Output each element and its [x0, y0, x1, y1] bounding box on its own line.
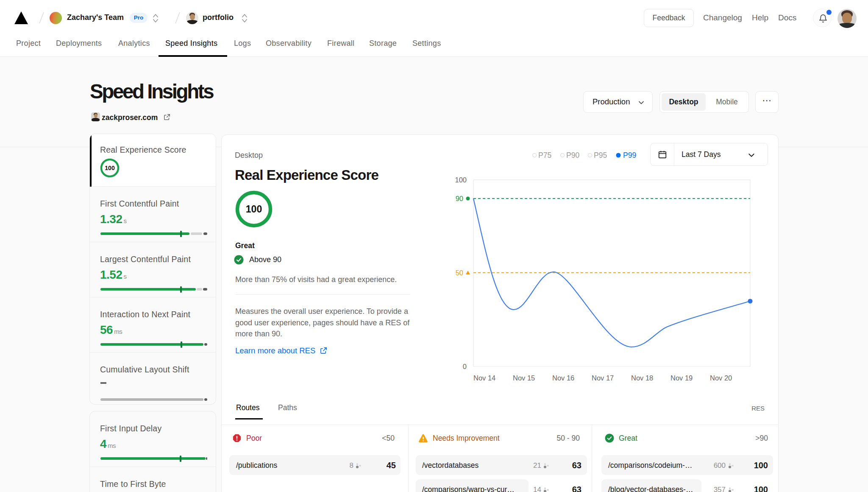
svg-text:100: 100: [455, 176, 467, 184]
svg-text:100: 100: [246, 204, 262, 215]
svg-text:0: 0: [463, 363, 467, 370]
svg-text:90: 90: [456, 195, 463, 202]
svg-text:Nov 18: Nov 18: [631, 374, 653, 382]
svg-text:Nov 14: Nov 14: [473, 374, 495, 382]
svg-text:Nov 16: Nov 16: [552, 374, 574, 382]
svg-text:100: 100: [105, 165, 115, 171]
svg-text:Nov 20: Nov 20: [710, 374, 732, 382]
svg-text:50: 50: [456, 269, 463, 277]
svg-text:Nov 19: Nov 19: [670, 374, 693, 382]
svg-text:Nov 15: Nov 15: [513, 374, 535, 382]
svg-text:Nov 17: Nov 17: [592, 374, 614, 382]
